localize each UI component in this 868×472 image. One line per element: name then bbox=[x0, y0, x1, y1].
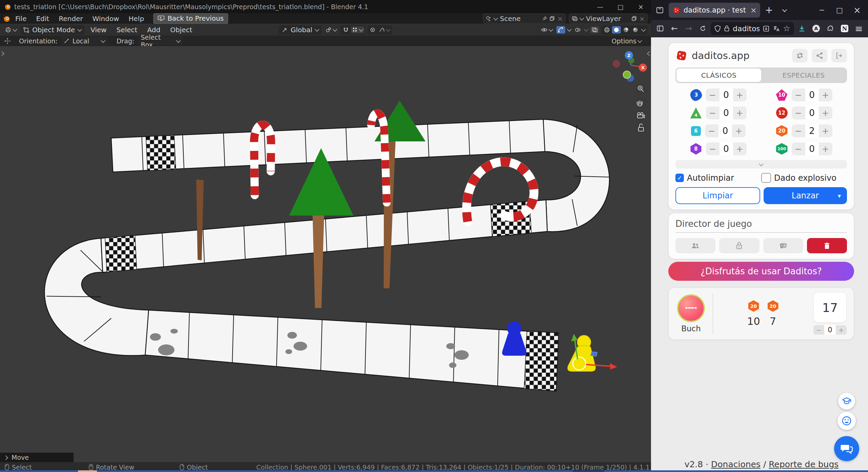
bookmark-star-icon[interactable]: ☆ bbox=[783, 24, 790, 33]
reload-button[interactable] bbox=[696, 22, 709, 35]
blender-minimize-button[interactable]: — bbox=[590, 0, 610, 13]
shading-rendered-button[interactable] bbox=[631, 26, 640, 34]
d20-increase-button[interactable]: + bbox=[819, 124, 832, 137]
toggle-xray-button[interactable] bbox=[590, 26, 599, 33]
editor-type-button[interactable] bbox=[3, 26, 18, 34]
object-visibility-button[interactable] bbox=[539, 26, 554, 33]
scene-selector[interactable]: Scene × bbox=[483, 14, 566, 23]
d4-increase-button[interactable]: + bbox=[733, 106, 747, 119]
lock-icon[interactable] bbox=[724, 25, 730, 32]
save-page-icon[interactable] bbox=[763, 25, 770, 32]
app-menu-icon[interactable]: ≡ bbox=[852, 22, 865, 35]
pin-icon[interactable] bbox=[542, 16, 547, 21]
delete-room-button[interactable] bbox=[807, 238, 847, 253]
d10-increase-button[interactable]: + bbox=[819, 88, 832, 101]
d6-increase-button[interactable]: + bbox=[732, 124, 746, 137]
tab-list-button[interactable] bbox=[778, 3, 791, 17]
menu-render[interactable]: Render bbox=[54, 14, 87, 23]
remove-viewlayer-button[interactable]: × bbox=[639, 15, 645, 23]
feedback-smiley-fab[interactable] bbox=[837, 412, 856, 430]
back-to-previous-button[interactable]: Back to Previous bbox=[153, 13, 228, 24]
more-dice-expander[interactable] bbox=[675, 160, 847, 169]
d20-decrease-button[interactable]: − bbox=[792, 124, 805, 137]
url-bar[interactable]: daditos.a ☆ bbox=[711, 22, 794, 35]
tab-close-icon[interactable]: × bbox=[750, 6, 757, 15]
d10-decrease-button[interactable]: − bbox=[792, 88, 805, 101]
operator-panel[interactable]: Move bbox=[0, 453, 74, 462]
settings-button[interactable] bbox=[792, 49, 808, 62]
account-avatar-icon[interactable]: A bbox=[810, 22, 823, 35]
modifier-decrease-button[interactable]: − bbox=[813, 325, 824, 335]
tab-especiales[interactable]: ESPECIALES bbox=[761, 68, 846, 82]
snap-settings-button[interactable] bbox=[351, 26, 364, 33]
mode-dropdown[interactable]: Object Mode bbox=[20, 25, 84, 35]
d4-decrease-button[interactable]: − bbox=[706, 106, 719, 119]
lanzar-button[interactable]: Lanzar ▾ bbox=[764, 187, 847, 204]
tutorial-fab[interactable] bbox=[838, 393, 855, 410]
d12-increase-button[interactable]: + bbox=[819, 106, 832, 119]
feedback-button[interactable]: ¿Disfrutás de usar Daditos? bbox=[668, 262, 854, 281]
show-overlays-button[interactable] bbox=[573, 26, 582, 33]
gizmo-chevron[interactable] bbox=[567, 27, 572, 32]
blender-app-icon[interactable] bbox=[3, 15, 10, 22]
chat-fab[interactable] bbox=[834, 436, 859, 461]
orientation-dropdown[interactable]: Local bbox=[61, 36, 108, 45]
forward-button[interactable]: → bbox=[682, 22, 695, 35]
blender-maximize-button[interactable]: □ bbox=[610, 0, 631, 13]
menu-edit[interactable]: Edit bbox=[32, 14, 54, 23]
d3-increase-button[interactable]: + bbox=[733, 88, 747, 101]
3d-viewport[interactable]: Z X bbox=[0, 46, 651, 462]
transform-orientation-dropdown[interactable]: Global bbox=[279, 25, 322, 35]
d3-decrease-button[interactable]: − bbox=[706, 88, 719, 101]
donaciones-link[interactable]: Donaciones bbox=[711, 459, 761, 469]
shading-solid-button[interactable] bbox=[612, 26, 621, 34]
shading-material-button[interactable] bbox=[622, 26, 630, 34]
players-button[interactable] bbox=[675, 238, 715, 253]
unlink-scene-button[interactable]: × bbox=[557, 15, 563, 23]
browser-minimize-button[interactable]: − bbox=[813, 1, 831, 19]
browser-tab-daditos[interactable]: daditos.app · test × bbox=[669, 3, 760, 18]
autolimpiar-option[interactable]: ✓ Autolimpiar bbox=[675, 173, 761, 183]
extensions-puzzle-icon[interactable] bbox=[824, 22, 837, 35]
d8-increase-button[interactable]: + bbox=[733, 142, 747, 155]
browser-close-button[interactable]: × bbox=[848, 1, 866, 19]
d12-decrease-button[interactable]: − bbox=[792, 106, 805, 119]
shield-icon[interactable] bbox=[714, 25, 721, 32]
tab-clasicos[interactable]: CLÁSICOS bbox=[676, 68, 761, 82]
translate-icon[interactable] bbox=[773, 25, 780, 32]
menu-help[interactable]: Help bbox=[124, 14, 149, 23]
falloff-button[interactable] bbox=[377, 27, 391, 33]
director-title[interactable]: Director de juego bbox=[675, 219, 847, 233]
overlays-chevron[interactable] bbox=[584, 27, 589, 32]
new-tab-button[interactable]: + bbox=[762, 3, 776, 17]
d100-increase-button[interactable]: + bbox=[819, 142, 832, 155]
shading-wireframe-button[interactable] bbox=[603, 26, 611, 34]
d8-decrease-button[interactable]: − bbox=[706, 142, 719, 155]
new-viewlayer-icon[interactable] bbox=[632, 16, 637, 21]
dado-explosivo-checkbox[interactable] bbox=[761, 173, 771, 183]
proportional-edit-button[interactable] bbox=[369, 26, 377, 33]
modifier-increase-button[interactable]: + bbox=[836, 325, 847, 335]
drag-dropdown[interactable]: Select Box bbox=[138, 36, 183, 45]
limpiar-button[interactable]: Limpiar bbox=[675, 187, 760, 204]
viewport-menu-select[interactable]: Select bbox=[113, 25, 141, 35]
player-avatar[interactable] bbox=[677, 294, 705, 322]
viewlayer-selector[interactable]: ViewLayer × bbox=[569, 14, 648, 23]
exit-room-button[interactable] bbox=[831, 49, 847, 62]
sidebar-toggle-icon[interactable] bbox=[654, 22, 667, 35]
share-button[interactable] bbox=[812, 49, 827, 62]
d6-decrease-button[interactable]: − bbox=[705, 124, 718, 137]
back-button[interactable]: ← bbox=[668, 22, 681, 35]
snap-target-button[interactable] bbox=[324, 26, 338, 34]
snap-magnet-button[interactable] bbox=[341, 26, 350, 34]
notion-extension-icon[interactable]: N bbox=[838, 22, 851, 35]
lock-room-button[interactable] bbox=[719, 238, 759, 253]
dado-explosivo-option[interactable]: Dado explosivo bbox=[761, 173, 847, 183]
shading-chevron[interactable] bbox=[641, 27, 646, 32]
hidden-roll-button[interactable] bbox=[763, 238, 803, 253]
reporte-bugs-link[interactable]: Reporte de bugs bbox=[769, 459, 839, 469]
firefox-view-icon[interactable] bbox=[653, 3, 667, 17]
viewport-menu-view[interactable]: View bbox=[87, 25, 110, 35]
menu-file[interactable]: File bbox=[11, 14, 31, 23]
show-gizmo-button[interactable] bbox=[556, 26, 565, 34]
